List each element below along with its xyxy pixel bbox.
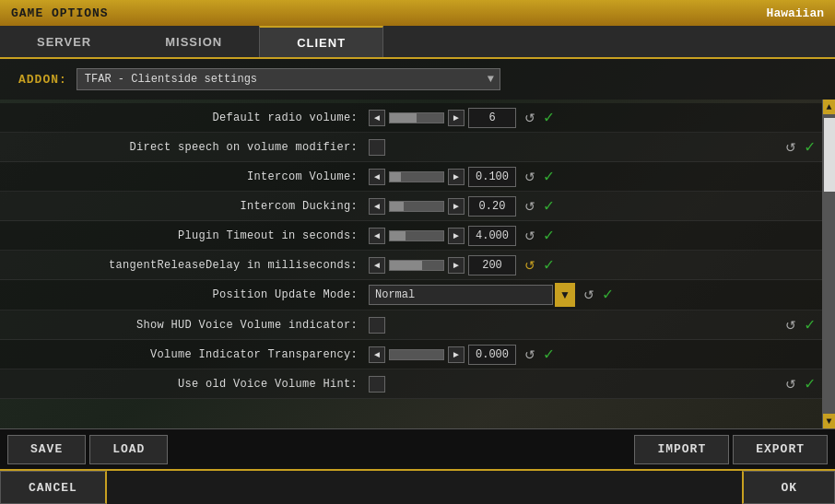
check-plugin-timeout: ✓ xyxy=(544,228,554,244)
addon-select[interactable]: TFAR - Clientside settings xyxy=(76,68,500,90)
check-direct-speech: ✓ xyxy=(805,139,815,156)
reset-old-voice-hint[interactable]: ↺ xyxy=(781,374,801,394)
setting-label-hud-voice: Show HUD Voice Volume indicator: xyxy=(0,319,369,332)
reset-tangent-release[interactable]: ↺ xyxy=(520,255,540,275)
setting-control-intercom-ducking: ◄ ► ↺ ✓ xyxy=(369,196,815,217)
addon-label: ADDON: xyxy=(18,73,67,87)
setting-row-position-update: Position Update Mode: Normal Fast Slow ▼… xyxy=(0,280,822,311)
reset-intercom-ducking[interactable]: ↺ xyxy=(520,196,540,217)
value-vol-transparency[interactable] xyxy=(468,345,516,365)
reset-vol-transparency[interactable]: ↺ xyxy=(520,345,540,365)
setting-label-intercom-ducking: Intercom Ducking: xyxy=(0,200,369,213)
increase-vol-transparency[interactable]: ► xyxy=(448,346,465,363)
check-intercom-volume: ✓ xyxy=(544,169,554,185)
setting-label-vol-transparency: Volume Indicator Transparency: xyxy=(0,348,369,361)
slider-plugin-timeout[interactable] xyxy=(389,230,444,241)
select-position-update[interactable]: Normal Fast Slow xyxy=(369,285,553,305)
tab-server[interactable]: SERVER xyxy=(0,26,128,57)
scrollbar-up-button[interactable] xyxy=(823,100,836,114)
slider-tangent-release[interactable] xyxy=(389,260,444,271)
setting-label-tangent-release: tangentReleaseDelay in milliseconds: xyxy=(0,259,369,272)
slider-default-radio-volume[interactable] xyxy=(389,112,444,123)
setting-label-intercom-volume: Intercom Volume: xyxy=(0,170,369,183)
check-vol-transparency: ✓ xyxy=(544,346,554,363)
reset-intercom-volume[interactable]: ↺ xyxy=(520,167,540,187)
bottom-toolbar: SAVE LOAD IMPORT EXPORT xyxy=(0,428,835,469)
setting-row-direct-speech: Direct speech on volume modifier: ↺ ✓ xyxy=(0,133,822,162)
slider-intercom-ducking[interactable] xyxy=(389,201,444,212)
scrollbar-track xyxy=(823,114,836,414)
scrollbar-down-button[interactable] xyxy=(823,414,836,428)
value-intercom-ducking[interactable] xyxy=(468,196,516,217)
checkbox-hud-voice[interactable] xyxy=(369,317,385,334)
decrease-tangent-release[interactable]: ◄ xyxy=(369,257,385,274)
decrease-vol-transparency[interactable]: ◄ xyxy=(369,346,385,363)
check-position-update: ✓ xyxy=(603,287,613,303)
check-old-voice-hint: ✓ xyxy=(805,376,815,393)
setting-control-intercom-volume: ◄ ► ↺ ✓ xyxy=(369,167,815,187)
reset-plugin-timeout[interactable]: ↺ xyxy=(520,226,540,246)
main-content: ADDON: TFAR - Clientside settings ▼ Defa… xyxy=(0,59,835,428)
reset-default-radio-volume[interactable]: ↺ xyxy=(520,108,540,128)
reset-position-update[interactable]: ↺ xyxy=(579,285,599,305)
export-button[interactable]: EXPORT xyxy=(733,435,828,464)
load-button[interactable]: LOAD xyxy=(89,435,168,464)
settings-area: Default radio volume: ◄ ► ↺ ✓ Direct s xyxy=(0,100,835,428)
tab-bar: SERVER MISSION CLIENT xyxy=(0,26,835,59)
slider-vol-transparency[interactable] xyxy=(389,349,444,360)
value-default-radio-volume[interactable] xyxy=(468,108,516,128)
setting-control-plugin-timeout: ◄ ► ↺ ✓ xyxy=(369,226,815,246)
setting-control-vol-transparency: ◄ ► ↺ ✓ xyxy=(369,345,815,365)
setting-row-default-radio-volume: Default radio volume: ◄ ► ↺ ✓ xyxy=(0,103,822,133)
cancel-button[interactable]: CANCEL xyxy=(0,471,107,504)
tab-client[interactable]: CLIENT xyxy=(259,26,383,57)
check-intercom-ducking: ✓ xyxy=(544,198,554,215)
dropdown-position-update: Normal Fast Slow ▼ xyxy=(369,283,575,307)
slider-intercom-volume[interactable] xyxy=(389,171,444,182)
setting-label-plugin-timeout: Plugin Timeout in seconds: xyxy=(0,229,369,242)
increase-intercom-volume[interactable]: ► xyxy=(448,169,465,185)
tab-mission[interactable]: MISSION xyxy=(128,26,259,57)
decrease-default-radio-volume[interactable]: ◄ xyxy=(369,110,385,126)
scrollbar-thumb[interactable] xyxy=(824,118,835,192)
app-title: GAME OPTIONS xyxy=(11,6,109,20)
setting-row-old-voice-hint: Use old Voice Volume Hint: ↺ ✓ xyxy=(0,369,822,399)
content-overlay: ADDON: TFAR - Clientside settings ▼ Defa… xyxy=(0,59,835,428)
value-plugin-timeout[interactable] xyxy=(468,226,516,246)
value-tangent-release[interactable] xyxy=(468,255,516,275)
decrease-intercom-ducking[interactable]: ◄ xyxy=(369,198,385,215)
increase-intercom-ducking[interactable]: ► xyxy=(448,198,465,215)
user-name: Hawaiian xyxy=(767,6,824,20)
setting-label-position-update: Position Update Mode: xyxy=(0,288,369,301)
value-intercom-volume[interactable] xyxy=(468,167,516,187)
check-default-radio-volume: ✓ xyxy=(544,110,554,126)
reset-hud-voice[interactable]: ↺ xyxy=(781,315,801,335)
title-bar: GAME OPTIONS Hawaiian xyxy=(0,0,835,26)
setting-label-direct-speech: Direct speech on volume modifier: xyxy=(0,141,369,154)
save-button[interactable]: SAVE xyxy=(7,435,86,464)
increase-plugin-timeout[interactable]: ► xyxy=(448,228,465,244)
setting-control-position-update: Normal Fast Slow ▼ ↺ ✓ xyxy=(369,283,815,307)
dropdown-arrow-position-update[interactable]: ▼ xyxy=(555,283,575,307)
setting-control-direct-speech: ↺ ✓ xyxy=(369,137,815,158)
ok-button[interactable]: OK xyxy=(742,471,835,504)
settings-list[interactable]: Default radio volume: ◄ ► ↺ ✓ Direct s xyxy=(0,100,822,428)
setting-row-hud-voice: Show HUD Voice Volume indicator: ↺ ✓ xyxy=(0,311,822,340)
decrease-intercom-volume[interactable]: ◄ xyxy=(369,169,385,185)
increase-default-radio-volume[interactable]: ► xyxy=(448,110,465,126)
setting-row-plugin-timeout: Plugin Timeout in seconds: ◄ ► ↺ ✓ xyxy=(0,221,822,251)
setting-row-tangent-release: tangentReleaseDelay in milliseconds: ◄ ►… xyxy=(0,251,822,280)
checkbox-old-voice-hint[interactable] xyxy=(369,376,385,393)
checkbox-direct-speech[interactable] xyxy=(369,139,385,156)
setting-control-tangent-release: ◄ ► ↺ ✓ xyxy=(369,255,815,275)
setting-row-intercom-ducking: Intercom Ducking: ◄ ► ↺ ✓ xyxy=(0,192,822,221)
check-tangent-release: ✓ xyxy=(544,257,554,274)
reset-direct-speech[interactable]: ↺ xyxy=(781,137,801,158)
setting-row-vol-transparency: Volume Indicator Transparency: ◄ ► ↺ ✓ xyxy=(0,340,822,369)
setting-control-old-voice-hint: ↺ ✓ xyxy=(369,374,815,394)
setting-control-default-radio-volume: ◄ ► ↺ ✓ xyxy=(369,108,815,128)
import-button[interactable]: IMPORT xyxy=(634,435,729,464)
scrollbar xyxy=(822,100,835,428)
decrease-plugin-timeout[interactable]: ◄ xyxy=(369,228,385,244)
increase-tangent-release[interactable]: ► xyxy=(448,257,465,274)
